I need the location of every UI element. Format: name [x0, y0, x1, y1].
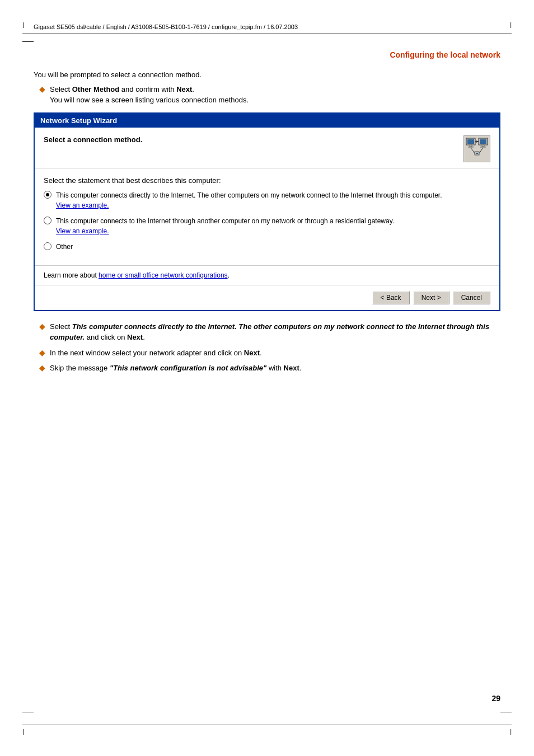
bullet-text-3: In the next window select your network a… [50, 348, 262, 359]
main-content: Configuring the local network You will b… [34, 50, 500, 378]
radio-circle-1[interactable] [44, 191, 51, 199]
bullet-item-1: ◆ Select Other Method and confirm with N… [39, 84, 500, 106]
radio-option-3[interactable]: Other [44, 242, 490, 252]
svg-rect-2 [470, 145, 472, 147]
wizard-buttons: < Back Next > Cancel [35, 285, 499, 310]
wizard-header-area: Select a connection method. [35, 128, 499, 168]
cancel-button[interactable]: Cancel [453, 291, 490, 304]
svg-rect-5 [480, 139, 486, 144]
page-container: | Gigaset SE505 dsl/cable / English / A3… [0, 0, 534, 756]
footer-text-after: . [228, 271, 229, 279]
option3-text: Other [56, 243, 73, 251]
footer-pipe-left: | [22, 728, 24, 735]
footer-rule [22, 725, 512, 725]
header-pipe-left: | [22, 21, 24, 28]
bullet-text-1: Select Other Method and confirm with Nex… [50, 84, 249, 106]
wizard-footer-area: Learn more about home or small office ne… [35, 266, 499, 285]
bullet1-subtext: You will now see a screen listing variou… [50, 96, 249, 104]
header-rule-top [22, 34, 512, 34]
svg-rect-7 [480, 147, 486, 148]
header-text: Gigaset SE505 dsl/cable / English / A310… [34, 24, 298, 30]
bullet-text-4: Skip the message "This network configura… [50, 363, 301, 374]
bottom-line-right [500, 712, 512, 712]
option2-text: This computer connects to the Internet t… [56, 217, 394, 225]
svg-rect-6 [482, 145, 484, 147]
wizard-icon [463, 135, 490, 162]
bullet-item-4: ◆ Skip the message "This network configu… [39, 363, 500, 374]
next-button[interactable]: Next > [413, 291, 449, 304]
network-computers-icon [465, 137, 489, 161]
radio-option-1[interactable]: This computer connects directly to the I… [44, 190, 490, 210]
bottom-line-left [22, 712, 34, 712]
wizard-dialog: Network Setup Wizard Select a connection… [34, 112, 500, 311]
bullet-diamond-3: ◆ [39, 348, 45, 357]
bullet-text-2: Select This computer connects directly t… [50, 321, 500, 343]
svg-rect-1 [467, 139, 474, 144]
wizard-subtitle: Select a connection method. [44, 135, 142, 144]
view-example-link-2[interactable]: View an example. [56, 226, 394, 236]
radio-text-2: This computer connects to the Internet t… [56, 216, 394, 236]
bullet-diamond-2: ◆ [39, 322, 45, 331]
bullet-diamond-4: ◆ [39, 363, 45, 372]
wizard-title-bar: Network Setup Wizard [35, 114, 499, 128]
bullet-diamond-1: ◆ [39, 84, 45, 93]
back-button[interactable]: < Back [372, 291, 410, 304]
footer-link[interactable]: home or small office network configurati… [99, 271, 228, 279]
view-example-link-1[interactable]: View an example. [56, 200, 442, 210]
footer-pipe-right: | [510, 728, 512, 735]
wizard-body-label: Select the statement that best describes… [44, 176, 490, 185]
radio-option-2[interactable]: This computer connects to the Internet t… [44, 216, 490, 236]
svg-marker-9 [476, 140, 479, 143]
option1-text: This computer connects directly to the I… [56, 191, 442, 199]
footer-text-before: Learn more about [44, 271, 99, 279]
section-title: Configuring the local network [34, 50, 500, 59]
radio-text-1: This computer connects directly to the I… [56, 190, 442, 210]
svg-rect-3 [468, 147, 474, 148]
page-number: 29 [491, 694, 500, 703]
header-pipe-right: | [510, 21, 512, 28]
svg-line-12 [471, 148, 475, 153]
wizard-body: Select the statement that best describes… [35, 168, 499, 266]
intro-text: You will be prompted to select a connect… [34, 69, 500, 81]
radio-text-3: Other [56, 242, 73, 252]
header-line-bottom [22, 41, 34, 42]
radio-circle-3[interactable] [44, 242, 51, 250]
bullet-item-2: ◆ Select This computer connects directly… [39, 321, 500, 343]
svg-line-13 [479, 148, 483, 153]
radio-circle-2[interactable] [44, 217, 51, 224]
bullet-item-3: ◆ In the next window select your network… [39, 348, 500, 359]
svg-rect-11 [476, 153, 478, 154]
wizard-footer-text: Learn more about home or small office ne… [44, 271, 490, 279]
